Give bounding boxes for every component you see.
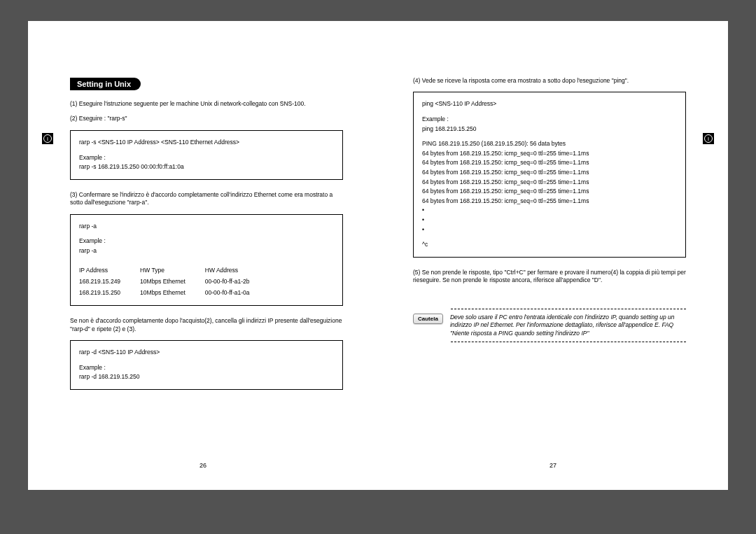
code-line: rarp -s <SNS-110 IP Address> <SNS-110 Et… [79, 138, 334, 148]
note-text: Se non è d'accordo completamente dopo l'… [70, 317, 343, 333]
code-line: • [422, 225, 677, 235]
code-line: ping <SNS-110 IP Address> [422, 99, 677, 109]
code-line: ping 168.219.15.250 [422, 125, 677, 134]
step-2-text: (2) Eseguire : "rarp-s" [70, 115, 343, 122]
col-header: HW Type [140, 265, 205, 276]
code-box-rarp-d: rarp -d <SNS-110 IP Address> Example : r… [70, 340, 343, 390]
code-line: 64 bytes from 168.219.15.250: icmp_seq=0… [422, 178, 677, 188]
marker-icon: I [704, 134, 713, 143]
cell: 10Mbps Ethernet [140, 276, 205, 288]
cell: 10Mbps Ethernet [140, 288, 205, 299]
page-number-right: 27 [550, 462, 556, 469]
code-box-rarp-s: rarp -s <SNS-110 IP Address> <SNS-110 Et… [70, 130, 343, 180]
code-line: Example : [79, 237, 334, 246]
code-line: 64 bytes from 168.219.15.250: icmp_seq=0… [422, 149, 677, 159]
page-left: I Setting in Unix (1) Eseguire l'istruzi… [28, 21, 378, 490]
cell: 00-00-f0-ff-a1-0a [205, 288, 250, 299]
side-marker-right: I [703, 133, 714, 144]
code-box-rarp-a: rarp -a Example : rarp -a IP Address HW … [70, 214, 343, 307]
col-header: IP Address [79, 265, 140, 276]
code-line: • [422, 216, 677, 225]
code-line: ^c [422, 240, 677, 250]
code-line: 64 bytes from 168.219.15.250: icmp_seq=0… [422, 158, 677, 168]
table-row: 168.219.15.250 10Mbps Ethernet 00-00-f0-… [79, 288, 249, 299]
code-line: Example : [79, 153, 334, 163]
code-line: rarp -d <SNS-110 IP Address> [79, 348, 334, 358]
page-spread: I Setting in Unix (1) Eseguire l'istruzi… [28, 21, 728, 490]
code-line: Example : [422, 115, 677, 125]
step-3-text: (3) Confermare se l'indirizzo è d'accord… [70, 191, 343, 207]
step-1-text: (1) Eseguire l'istruzione seguente per l… [70, 100, 343, 108]
code-box-ping: ping <SNS-110 IP Address> Example : ping… [413, 92, 686, 257]
marker-icon: I [43, 134, 52, 143]
cell: 00-00-f0-ff-a1-2b [205, 276, 250, 288]
step-4-text: (4) Vede se riceve la risposta come era … [413, 77, 686, 85]
code-line: 64 bytes from 168.219.15.250: icmp_seq=0… [422, 197, 677, 206]
arp-table: IP Address HW Type HW Address 168.219.15… [79, 265, 249, 298]
step-5-text: (5) Se non prende le risposte, tipo "Ctr… [413, 269, 686, 285]
code-line: PING 168.219.15.250 (168.219.15.250): 56… [422, 139, 677, 149]
code-line: • [422, 206, 677, 216]
code-line: 64 bytes from 168.219.15.250: icmp_seq=0… [422, 168, 677, 178]
code-line: rarp -d 168.219.15.250 [79, 372, 334, 382]
col-header: HW Address [205, 265, 250, 276]
code-line: rarp -s 168.219.15.250 00:00:f0:ff:a1:0a [79, 162, 334, 172]
caution-text: Deve solo usare il PC entro l'entrata id… [450, 314, 686, 337]
table-row: 168.219.15.249 10Mbps Ethernet 00-00-f0-… [79, 276, 249, 288]
code-line: 64 bytes from 168.219.15.250: icmp_seq=0… [422, 187, 677, 197]
cell: 168.219.15.249 [79, 276, 140, 288]
table-row: IP Address HW Type HW Address [79, 265, 249, 276]
code-line: rarp -a [79, 246, 334, 256]
page-right: I (4) Vede se riceve la risposta come er… [378, 21, 728, 490]
section-heading: Setting in Unix [70, 78, 141, 90]
caution-block: Cautela Deve solo usare il PC entro l'en… [413, 300, 686, 351]
side-marker-left: I [42, 133, 53, 144]
page-number-left: 26 [200, 462, 206, 469]
caution-badge: Cautela [413, 314, 443, 324]
code-line: rarp -a [79, 222, 334, 232]
cell: 168.219.15.250 [79, 288, 140, 299]
dashed-line-bottom [451, 342, 686, 342]
code-line: Example : [79, 363, 334, 373]
